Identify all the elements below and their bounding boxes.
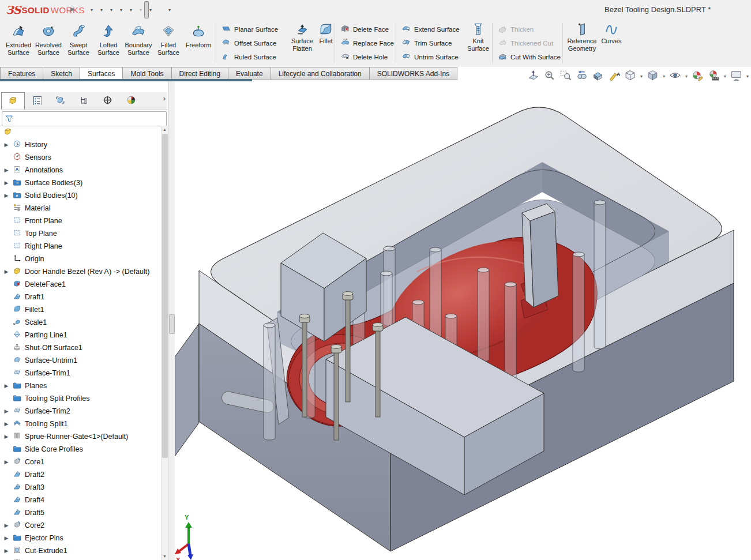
tree-item-sensors[interactable]: Sensors xyxy=(0,151,162,164)
tab-surfaces[interactable]: Surfaces xyxy=(80,67,123,80)
tree-item-deleteface1[interactable]: DeleteFace1 xyxy=(0,278,162,291)
new-document-button-caret[interactable]: ▾ xyxy=(90,7,95,13)
tree-item-sprue-runner-gate-1-default[interactable]: ▶Sprue-Runner-Gate<1>(Default) xyxy=(0,430,162,443)
expand-arrow-icon[interactable]: ▶ xyxy=(2,180,10,186)
lofted-surface-button[interactable]: Lofted Surface xyxy=(93,21,123,67)
extend-button[interactable]: Extend Surface xyxy=(400,23,466,36)
tree-root-item[interactable] xyxy=(0,126,162,138)
tree-item-scale1[interactable]: Scale1 xyxy=(0,316,162,329)
undo-button[interactable] xyxy=(125,1,129,18)
tree-item-planes[interactable]: ▶Planes xyxy=(0,379,162,392)
reference-geometry-button[interactable]: Reference Geometry xyxy=(567,22,597,52)
untrim-button[interactable]: Untrim Surface xyxy=(400,51,466,63)
zoom-to-fit-button[interactable] xyxy=(526,69,540,84)
tab-evaluate[interactable]: Evaluate xyxy=(228,67,271,80)
tree-item-tooling-split-profiles[interactable]: Tooling Split Profiles xyxy=(0,392,162,405)
undo-button-caret[interactable]: ▾ xyxy=(129,7,134,13)
file-properties-button[interactable] xyxy=(159,1,163,18)
replace-face-button[interactable]: Replace Face xyxy=(339,37,395,50)
feature-manager-tab[interactable] xyxy=(1,92,25,110)
apply-scene-button-caret[interactable]: ▾ xyxy=(723,74,727,79)
edit-appearance-button[interactable] xyxy=(690,69,705,84)
ejector-pin-hole[interactable] xyxy=(573,252,584,372)
tree-item-side-core-profiles[interactable]: Side Core Profiles xyxy=(0,443,162,456)
zoom-in-out-button[interactable] xyxy=(542,69,557,84)
tab-features[interactable]: Features xyxy=(0,67,43,80)
options-button[interactable] xyxy=(163,1,168,18)
apply-scene-button[interactable] xyxy=(707,69,721,84)
tab-direct-editing[interactable]: Direct Editing xyxy=(172,67,228,80)
view-orientation-button[interactable] xyxy=(623,69,637,84)
redo-button[interactable] xyxy=(134,1,139,18)
curves-button[interactable]: Curves xyxy=(599,22,624,45)
tree-item-clipped[interactable] xyxy=(0,557,162,560)
knit-surface-button[interactable]: Knit Surface xyxy=(465,22,491,52)
select-button[interactable] xyxy=(144,1,149,18)
print-button-caret[interactable]: ▾ xyxy=(119,7,125,13)
tree-item-origin[interactable]: Origin xyxy=(0,253,162,265)
tree-item-fillet1[interactable]: Fillet1 xyxy=(0,303,162,316)
configuration-manager-tab[interactable] xyxy=(48,92,72,110)
panel-splitter[interactable] xyxy=(168,81,175,560)
redo-button-caret[interactable]: ▾ xyxy=(139,7,144,13)
expand-arrow-icon[interactable]: ▶ xyxy=(2,408,10,414)
tree-item-shut-off-surface1[interactable]: Shut-Off Surface1 xyxy=(0,341,162,354)
panel-chevron-icon[interactable]: › xyxy=(163,94,166,103)
ejector-pin-hole[interactable] xyxy=(594,200,606,349)
trim-button[interactable]: Trim Surface xyxy=(400,37,466,50)
home-button[interactable] xyxy=(81,1,85,18)
expand-arrow-icon[interactable]: ▶ xyxy=(2,269,10,275)
property-manager-tab[interactable] xyxy=(25,92,48,110)
dimxpert-manager-tab[interactable] xyxy=(72,92,96,110)
planar-button[interactable]: Planar Surface xyxy=(220,23,285,36)
tree-item-front-plane[interactable]: Front Plane xyxy=(0,215,162,227)
select-button-caret[interactable]: ▾ xyxy=(149,7,154,13)
tree-item-surface-trim1[interactable]: Surface-Trim1 xyxy=(0,367,162,379)
tree-item-draft2[interactable]: Draft2 xyxy=(0,468,162,481)
3d-model-scene[interactable]: YX xyxy=(175,81,751,560)
previous-view-button[interactable] xyxy=(574,69,589,84)
dynamic-annotation-views-button[interactable]: A xyxy=(607,69,621,84)
tree-item-draft3[interactable]: Draft3 xyxy=(0,481,162,494)
tree-item-ejector-pins[interactable]: ▶Ejector Pins xyxy=(0,532,162,544)
display-style-button-caret[interactable]: ▾ xyxy=(662,74,666,79)
tree-item-cut-extrude1[interactable]: ▶Cut-Extrude1 xyxy=(0,544,162,557)
delete-face-button[interactable]: Delete Face xyxy=(339,23,395,36)
ejector-pin-hole[interactable] xyxy=(430,247,441,339)
display-manager-tab[interactable] xyxy=(96,92,119,110)
swept-surface-button[interactable]: Swept Surface xyxy=(63,21,93,67)
tree-item-parting-line1[interactable]: Parting Line1 xyxy=(0,329,162,341)
save-button[interactable] xyxy=(105,1,110,18)
ruled-button[interactable]: Ruled Surface xyxy=(220,51,285,63)
tree-scrollbar[interactable]: ▲ ▼ xyxy=(161,126,168,560)
display-style-button[interactable] xyxy=(645,69,660,84)
extruded-surface-button[interactable]: Extruded Surface xyxy=(3,21,33,67)
hide-show-items-button[interactable] xyxy=(668,69,682,84)
expand-arrow-icon[interactable]: ▶ xyxy=(2,548,10,554)
scroll-down-arrow[interactable]: ▼ xyxy=(162,553,168,560)
tree-item-surface-untrim1[interactable]: Surface-Untrim1 xyxy=(0,354,162,367)
tab-lifecycle-and-collaboration[interactable]: Lifecycle and Collaboration xyxy=(271,67,370,80)
tree-item-material-not-specified[interactable]: Material xyxy=(0,202,162,215)
expand-arrow-icon[interactable]: ▶ xyxy=(2,142,10,148)
tree-item-door-handle-bezel-rev-a-default[interactable]: ▶Door Handle Bezel (Rev A) -> (Default) xyxy=(0,265,162,278)
ejector-pin-hole[interactable] xyxy=(505,282,516,385)
tab-mold-tools[interactable]: Mold Tools xyxy=(123,67,171,80)
tab-sketch[interactable]: Sketch xyxy=(43,67,80,80)
tree-item-draft4[interactable]: Draft4 xyxy=(0,494,162,506)
tree-item-draft5[interactable]: Draft5 xyxy=(0,506,162,519)
hide-show-items-button-caret[interactable]: ▾ xyxy=(684,74,689,79)
tree-item-tooling-split1[interactable]: ▶Tooling Split1 xyxy=(0,418,162,430)
scroll-up-arrow[interactable]: ▲ xyxy=(162,126,168,133)
print-button[interactable] xyxy=(115,1,119,18)
view-settings-button[interactable] xyxy=(729,69,744,84)
options-button-caret[interactable]: ▾ xyxy=(168,7,173,13)
tree-filter-input[interactable] xyxy=(14,113,166,125)
tree-item-surface-bodies-3[interactable]: ▶Surface Bodies(3) xyxy=(0,176,162,189)
tree-item-annotations[interactable]: ▶AAnnotations xyxy=(0,164,162,176)
expand-arrow-icon[interactable]: ▶ xyxy=(2,459,10,465)
surface-flatten-button[interactable]: Surface Flatten xyxy=(286,22,318,52)
open-button[interactable] xyxy=(95,1,100,18)
ejector-pin-hole[interactable] xyxy=(478,268,489,362)
tree-item-history[interactable]: ▶History xyxy=(0,138,162,151)
